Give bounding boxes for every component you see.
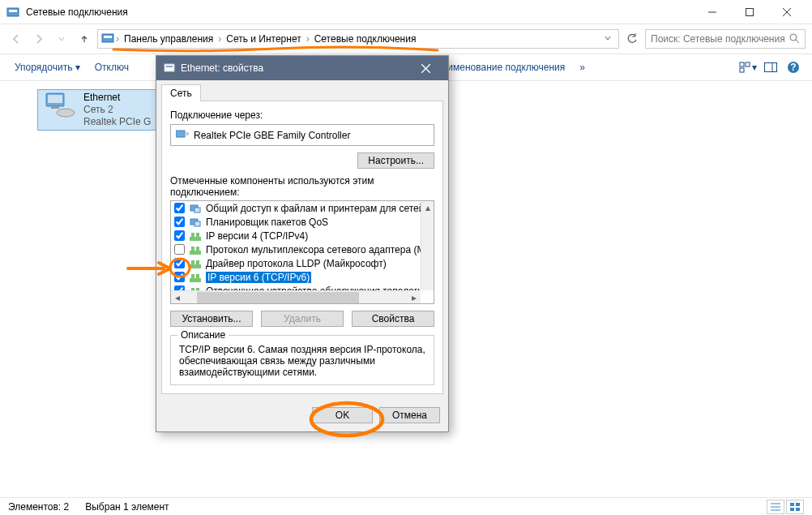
- dialog-panel: Подключение через: Realtek PCIe GBE Fami…: [161, 101, 443, 394]
- nic-icon: [176, 128, 189, 142]
- navigation-bar: › Панель управления › Сеть и Интернет › …: [0, 24, 812, 54]
- svg-rect-45: [191, 260, 194, 264]
- components-label: Отмеченные компоненты используются этим …: [170, 175, 434, 198]
- maximize-button[interactable]: [731, 0, 768, 24]
- svg-rect-32: [176, 131, 185, 137]
- svg-rect-1: [9, 10, 17, 12]
- preview-pane-button[interactable]: [760, 57, 781, 78]
- chevron-right-icon[interactable]: ›: [116, 33, 119, 45]
- recent-dropdown-icon[interactable]: [52, 29, 71, 49]
- svg-rect-7: [104, 36, 112, 38]
- svg-rect-40: [196, 233, 199, 237]
- svg-rect-25: [796, 503, 800, 506]
- scroll-thumb[interactable]: [197, 292, 359, 303]
- window-title: Сетевые подключения: [26, 6, 694, 18]
- svg-rect-18: [48, 95, 62, 103]
- status-bar: Элементов: 2 Выбран 1 элемент: [0, 497, 812, 515]
- component-label: Планировщик пакетов QoS: [206, 217, 328, 228]
- rename-command[interactable]: реименование подключения: [430, 58, 571, 76]
- organize-menu[interactable]: Упорядочить ▾: [8, 58, 87, 76]
- svg-rect-11: [746, 62, 750, 67]
- large-icons-view-button[interactable]: [786, 500, 804, 514]
- svg-rect-43: [196, 247, 199, 251]
- adapter-network: Сеть 2: [83, 104, 151, 116]
- details-view-button[interactable]: [767, 500, 784, 514]
- tab-network[interactable]: Сеть: [161, 84, 201, 101]
- description-legend: Описание: [177, 329, 229, 341]
- scroll-right-icon[interactable]: ▸: [408, 291, 421, 304]
- component-checkbox[interactable]: [174, 203, 185, 213]
- component-item[interactable]: IP версии 6 (TCP/IPv6): [171, 270, 421, 284]
- service-icon: [190, 204, 201, 213]
- svg-rect-39: [191, 233, 194, 237]
- component-checkbox[interactable]: [174, 217, 185, 227]
- address-bar[interactable]: › Панель управления › Сеть и Интернет › …: [97, 29, 619, 49]
- description-group: Описание TCP/IP версии 6. Самая поздняя …: [170, 335, 434, 385]
- component-item[interactable]: IP версии 4 (TCP/IPv4): [171, 229, 421, 242]
- help-button[interactable]: ?: [783, 57, 804, 78]
- connect-via-label: Подключение через:: [170, 109, 434, 121]
- component-checkbox[interactable]: [174, 244, 185, 255]
- svg-text:?: ?: [790, 62, 796, 73]
- dialog-title: Ethernet: свойства: [181, 62, 409, 74]
- network-adapter-item[interactable]: Ethernet Сеть 2 Realtek PCIe G: [37, 89, 156, 131]
- svg-rect-49: [196, 274, 199, 278]
- component-checkbox[interactable]: [174, 258, 185, 268]
- component-item[interactable]: Протокол мультиплексора сетевого адаптер…: [171, 242, 421, 256]
- dialog-titlebar[interactable]: Ethernet: свойства: [156, 56, 448, 80]
- adapter-icon: [43, 92, 75, 119]
- svg-rect-38: [190, 237, 201, 241]
- ok-button[interactable]: OK: [312, 407, 373, 423]
- configure-button[interactable]: Настроить...: [357, 152, 434, 169]
- dialog-icon: [163, 62, 176, 75]
- breadcrumb-item[interactable]: Сетевые подключения: [311, 33, 420, 45]
- minimize-button[interactable]: [694, 0, 731, 24]
- dialog-close-button[interactable]: [409, 56, 442, 80]
- protocol-icon: [190, 231, 201, 241]
- window-titlebar: Сетевые подключения: [0, 0, 812, 24]
- forward-button[interactable]: [29, 29, 49, 49]
- component-checkbox[interactable]: [174, 272, 185, 282]
- refresh-button[interactable]: [622, 29, 642, 49]
- disable-command[interactable]: Отключ: [88, 58, 135, 76]
- chevron-right-icon[interactable]: ›: [218, 33, 221, 45]
- properties-dialog: Ethernet: свойства Сеть Подключение чере…: [156, 55, 449, 432]
- vertical-scrollbar[interactable]: ▴: [421, 201, 434, 290]
- more-commands[interactable]: »: [573, 58, 592, 76]
- svg-line-9: [796, 40, 799, 43]
- install-button[interactable]: Установить...: [170, 311, 253, 327]
- adapter-device: Realtek PCIe G: [83, 116, 151, 128]
- scroll-up-icon[interactable]: ▴: [421, 201, 434, 214]
- view-thumbnails-button[interactable]: ▾: [737, 57, 759, 78]
- status-elements-count: Элементов: 2: [8, 501, 69, 513]
- breadcrumb-item[interactable]: Панель управления: [121, 33, 216, 45]
- cancel-button[interactable]: Отмена: [379, 407, 440, 423]
- svg-rect-46: [196, 260, 199, 264]
- uninstall-button: Удалить: [261, 311, 344, 327]
- component-label: Драйвер протокола LLDP (Майкрософт): [206, 258, 387, 269]
- breadcrumb-item[interactable]: Сеть и Интернет: [223, 33, 304, 45]
- component-checkbox[interactable]: [174, 230, 185, 241]
- svg-rect-13: [765, 63, 777, 72]
- description-text: TCP/IP версии 6. Самая поздняя версия IP…: [179, 344, 425, 378]
- component-item[interactable]: Драйвер протокола LLDP (Майкрософт): [171, 256, 421, 270]
- adapter-controller-name: Realtek PCIe GBE Family Controller: [194, 130, 350, 141]
- close-button[interactable]: [768, 0, 806, 24]
- svg-rect-48: [191, 274, 194, 278]
- adapter-name: Ethernet: [83, 92, 151, 104]
- address-dropdown-icon[interactable]: [600, 33, 615, 45]
- back-button[interactable]: [6, 29, 26, 49]
- properties-button[interactable]: Свойства: [352, 311, 434, 327]
- up-button[interactable]: [75, 29, 94, 49]
- status-selected-count: Выбран 1 элемент: [85, 501, 169, 513]
- components-list[interactable]: Общий доступ к файлам и принтерам для се…: [170, 200, 434, 304]
- horizontal-scrollbar[interactable]: ◂ ▸: [171, 290, 421, 303]
- svg-rect-33: [185, 132, 189, 135]
- svg-rect-42: [191, 247, 194, 251]
- component-item[interactable]: Планировщик пакетов QoS: [171, 215, 421, 229]
- search-input[interactable]: Поиск: Сетевые подключения: [645, 29, 806, 49]
- protocol-icon: [190, 259, 201, 268]
- scroll-left-icon[interactable]: ◂: [171, 291, 184, 304]
- component-item[interactable]: Общий доступ к файлам и принтерам для се…: [171, 201, 421, 215]
- chevron-right-icon[interactable]: ›: [306, 33, 310, 45]
